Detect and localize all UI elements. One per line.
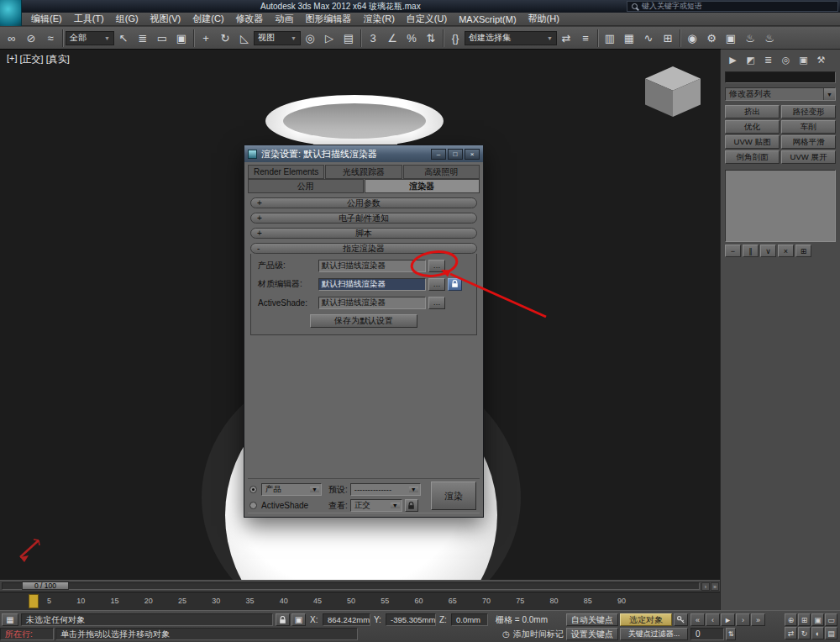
- expand-icon[interactable]: +: [257, 229, 262, 238]
- material-editor-icon[interactable]: ◉: [683, 29, 701, 47]
- choose-production-renderer-button[interactable]: …: [428, 260, 445, 272]
- previous-frame-icon[interactable]: ‹: [706, 613, 720, 626]
- menu-item[interactable]: 渲染(R): [358, 13, 401, 25]
- view-dropdown[interactable]: 正交 ▼: [350, 499, 402, 512]
- modify-tab-icon[interactable]: ◩: [743, 53, 758, 67]
- remove-modifier-icon[interactable]: ×: [778, 245, 794, 257]
- modifier-button[interactable]: 路径变形: [781, 105, 836, 118]
- menu-item[interactable]: MAXScript(M): [453, 14, 522, 24]
- choose-material-editor-renderer-button[interactable]: …: [428, 278, 445, 291]
- zoom-region-icon[interactable]: ▭: [825, 613, 837, 626]
- hierarchy-tab-icon[interactable]: ≣: [761, 53, 775, 67]
- collapse-icon[interactable]: -: [257, 244, 260, 253]
- bind-to-space-warp-icon[interactable]: ≈: [41, 29, 60, 47]
- track-bar[interactable]: 51015202530354045505560657075808590: [0, 592, 720, 610]
- play-icon[interactable]: ►: [721, 613, 735, 626]
- keyboard-shortcut-override-icon[interactable]: ▤: [339, 29, 358, 47]
- orbit-icon[interactable]: ↻: [798, 627, 811, 639]
- menu-item[interactable]: 创建(C): [186, 13, 229, 25]
- menu-item[interactable]: 帮助(H): [522, 13, 565, 25]
- rollout-header[interactable]: + 脚本: [250, 228, 477, 239]
- dialog-tab[interactable]: Render Elements: [248, 165, 324, 179]
- percent-snap-icon[interactable]: %: [402, 29, 421, 47]
- modifier-button[interactable]: 车削: [781, 120, 836, 134]
- render-setup-icon[interactable]: ⚙: [702, 29, 721, 47]
- select-and-scale-icon[interactable]: ◺: [235, 29, 254, 47]
- application-menu-button[interactable]: [0, 0, 22, 26]
- render-button[interactable]: 渲染: [431, 482, 476, 510]
- go-to-end-icon[interactable]: »: [751, 613, 765, 626]
- infocenter-search-input[interactable]: 键入关键字或短语: [627, 1, 838, 12]
- production-radio[interactable]: [249, 486, 257, 493]
- menu-item[interactable]: 动画: [270, 13, 300, 25]
- menu-item[interactable]: 组(G): [110, 13, 144, 25]
- modifier-button[interactable]: 网格平滑: [781, 135, 836, 149]
- select-and-move-icon[interactable]: +: [197, 29, 215, 47]
- lock-to-production-toggle[interactable]: [448, 278, 462, 291]
- select-and-manipulate-icon[interactable]: ▷: [320, 29, 339, 47]
- maximize-viewport-icon[interactable]: ▤: [825, 627, 837, 639]
- object-name-field[interactable]: [725, 71, 836, 83]
- zoom-all-icon[interactable]: ⊞: [798, 613, 811, 626]
- time-slider[interactable]: 0 / 100 › »: [0, 580, 720, 592]
- viewport-label-segment[interactable]: [正交]: [20, 53, 44, 66]
- selection-lock-toggle[interactable]: [276, 613, 290, 626]
- zoom-extents-icon[interactable]: ▣: [811, 613, 824, 626]
- auto-key-button[interactable]: 自动关键点: [566, 613, 618, 626]
- viewcube[interactable]: [645, 66, 701, 117]
- close-button[interactable]: ×: [465, 149, 480, 160]
- motion-tab-icon[interactable]: ◎: [779, 53, 793, 67]
- set-key-button[interactable]: 设置关键点: [566, 628, 618, 640]
- utilities-tab-icon[interactable]: ⚒: [814, 53, 828, 67]
- select-object-icon[interactable]: ↖: [114, 29, 133, 47]
- save-as-defaults-button[interactable]: 保存为默认设置: [310, 314, 417, 328]
- menu-item[interactable]: 图形编辑器: [300, 13, 358, 25]
- mirror-icon[interactable]: ⇄: [557, 29, 575, 47]
- field-of-view-icon[interactable]: ◐: [811, 627, 824, 639]
- viewport-label-segment[interactable]: [+]: [7, 53, 18, 66]
- current-frame-field[interactable]: 0: [690, 628, 724, 640]
- rectangular-selection-region-icon[interactable]: ▭: [153, 29, 171, 47]
- minimize-button[interactable]: –: [431, 149, 446, 160]
- make-unique-icon[interactable]: ∨: [760, 245, 776, 257]
- spinner-snap-icon[interactable]: ⇅: [422, 29, 440, 47]
- menu-item[interactable]: 视图(V): [144, 13, 187, 25]
- select-and-link-icon[interactable]: ∞: [3, 29, 21, 47]
- graphite-ribbon-icon[interactable]: ▦: [620, 29, 638, 47]
- modifier-button[interactable]: 倒角剖面: [725, 150, 780, 164]
- rollout-header-assign-renderer[interactable]: - 指定渲染器: [250, 243, 477, 254]
- menu-item[interactable]: 工具(T): [68, 13, 110, 25]
- current-frame-marker[interactable]: [29, 594, 39, 608]
- modifier-stack-list[interactable]: [725, 170, 836, 242]
- dialog-tab[interactable]: 高级照明: [403, 165, 480, 179]
- maximize-button[interactable]: □: [448, 149, 463, 160]
- edit-named-selection-sets-icon[interactable]: {}: [446, 29, 465, 47]
- unlink-selection-icon[interactable]: ⊘: [22, 29, 40, 47]
- pin-stack-icon[interactable]: −: [725, 245, 741, 257]
- named-selection-sets-combo[interactable]: 创建选择集 ▼: [465, 31, 557, 45]
- curve-editor-icon[interactable]: ∿: [639, 29, 658, 47]
- target-dropdown[interactable]: 产品 ▼: [261, 483, 322, 496]
- render-iterative-icon[interactable]: ♨: [760, 29, 779, 47]
- go-to-start-icon[interactable]: «: [690, 613, 705, 626]
- add-time-tag[interactable]: ◷ 添加时间标记: [502, 628, 564, 640]
- tab-common[interactable]: 公用: [248, 179, 364, 193]
- reference-coordinate-dropdown[interactable]: 视图 ▼: [254, 31, 301, 45]
- expand-icon[interactable]: +: [257, 198, 262, 208]
- set-keys-button[interactable]: [674, 613, 688, 626]
- viewport-label-segment[interactable]: [真实]: [46, 53, 70, 66]
- key-filters-button[interactable]: 关键点过滤器...: [620, 628, 688, 640]
- show-end-result-icon[interactable]: ∥: [743, 245, 759, 257]
- tab-renderer[interactable]: 渲染器: [365, 179, 480, 193]
- modifier-button[interactable]: 挤出: [725, 105, 780, 118]
- material-editor-renderer-field[interactable]: 默认扫描线渲染器: [318, 278, 426, 291]
- next-frame-icon[interactable]: ›: [736, 613, 750, 626]
- select-and-rotate-icon[interactable]: ↻: [216, 29, 234, 47]
- modifier-button[interactable]: 优化: [725, 120, 780, 134]
- frame-spinner[interactable]: ⇅: [726, 628, 736, 640]
- schematic-view-icon[interactable]: ⊞: [659, 29, 677, 47]
- angle-snap-icon[interactable]: ∠: [383, 29, 402, 47]
- select-by-name-icon[interactable]: ≣: [134, 29, 152, 47]
- maxscript-listener-icon[interactable]: ▦: [2, 613, 18, 626]
- dialog-tab[interactable]: 光线跟踪器: [325, 165, 402, 179]
